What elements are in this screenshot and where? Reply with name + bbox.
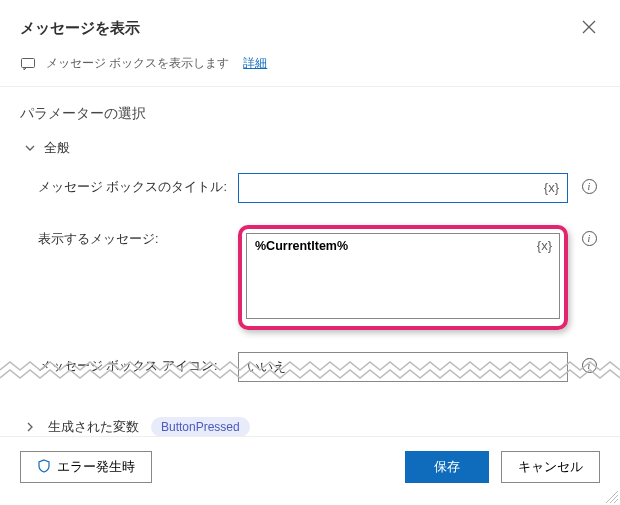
close-button[interactable] <box>578 16 600 41</box>
variable-picker-button[interactable]: {x} <box>541 178 562 197</box>
info-icon[interactable]: i <box>582 358 597 373</box>
field-icon-value: いいえ <box>247 358 286 376</box>
dialog-title: メッセージを表示 <box>20 19 140 38</box>
close-icon <box>582 20 596 34</box>
info-icon[interactable]: i <box>582 231 597 246</box>
on-error-label: エラー発生時 <box>57 458 135 476</box>
group-general-toggle[interactable]: 全般 <box>0 131 620 167</box>
group-general-label: 全般 <box>44 139 70 157</box>
generated-var-pill[interactable]: ButtonPressed <box>151 417 250 437</box>
info-icon[interactable]: i <box>582 179 597 194</box>
generated-vars-label: 生成された変数 <box>48 418 139 436</box>
field-title-label: メッセージ ボックスのタイトル: <box>38 173 228 196</box>
save-button[interactable]: 保存 <box>405 451 489 483</box>
message-icon <box>20 56 36 72</box>
resize-grip-icon[interactable] <box>606 491 618 503</box>
on-error-button[interactable]: エラー発生時 <box>20 451 152 483</box>
shield-icon <box>37 459 51 476</box>
highlight-annotation: {x} <box>238 225 568 330</box>
field-icon-label: メッセージ ボックス アイコン: <box>38 352 228 375</box>
section-title: パラメーターの選択 <box>0 87 620 131</box>
chevron-down-icon <box>24 142 36 154</box>
field-title-input[interactable] <box>238 173 568 203</box>
description-text: メッセージ ボックスを表示します <box>46 55 229 72</box>
details-link[interactable]: 詳細 <box>243 55 267 72</box>
field-message-input[interactable] <box>246 233 560 319</box>
description-row: メッセージ ボックスを表示します 詳細 <box>0 51 620 86</box>
field-icon-select[interactable]: いいえ <box>238 352 568 382</box>
chevron-right-icon[interactable] <box>24 421 36 433</box>
field-message-label: 表示するメッセージ: <box>38 225 228 248</box>
cancel-button[interactable]: キャンセル <box>501 451 600 483</box>
variable-picker-button[interactable]: {x} <box>537 238 552 253</box>
svg-rect-0 <box>22 58 35 67</box>
